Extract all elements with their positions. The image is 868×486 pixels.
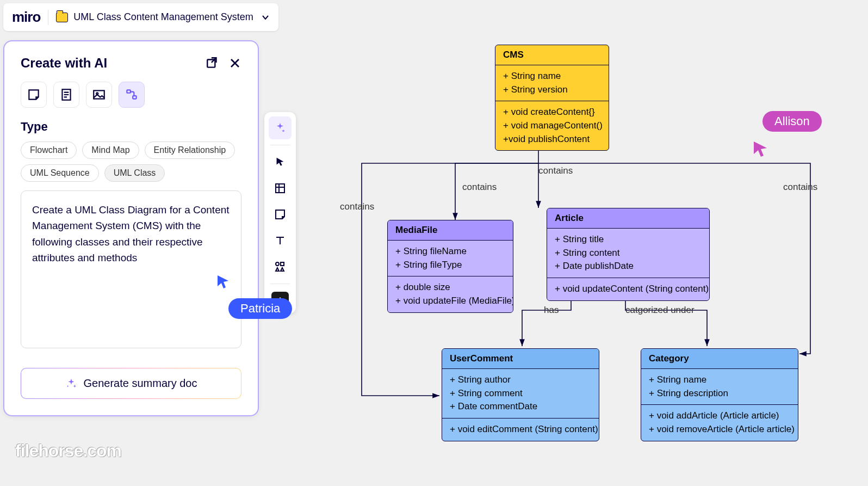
uml-attr: + String fileType — [395, 259, 505, 272]
cursor-user-allison: Allison — [762, 111, 822, 132]
uml-title: Article — [547, 208, 709, 229]
relation-label: contains — [462, 182, 497, 193]
uml-attr: + String fileName — [395, 245, 505, 259]
uml-class-cms[interactable]: CMS + String name + String version + voi… — [495, 45, 609, 151]
uml-attr: + String comment — [450, 387, 591, 401]
uml-attr: + String description — [649, 387, 790, 401]
uml-method: + void createContent{} — [503, 106, 601, 119]
uml-title: CMS — [495, 45, 609, 65]
uml-attr: + String content — [555, 247, 702, 260]
uml-attr: + String name — [503, 70, 601, 83]
watermark: filehorse.com — [15, 441, 121, 461]
relation-label: contains — [538, 165, 573, 176]
uml-class-article[interactable]: Article + String title + String content … — [547, 208, 710, 301]
uml-title: UserComment — [442, 349, 599, 369]
relation-label: contains — [340, 201, 374, 212]
uml-attr: + String title — [555, 233, 702, 247]
cursor-icon — [216, 274, 232, 290]
uml-title: Category — [641, 349, 798, 369]
relation-label: has — [544, 305, 559, 316]
uml-method: + void updateFile (MediaFile) — [395, 294, 505, 308]
relation-label: catgorized under — [625, 305, 695, 316]
uml-attr: + String name — [649, 373, 790, 387]
uml-class-category[interactable]: Category + String name + String descript… — [641, 348, 798, 441]
uml-method: + void manageContent() — [503, 119, 601, 133]
uml-attr: + Date commentDate — [450, 400, 591, 414]
cursor-user-patricia: Patricia — [228, 298, 292, 319]
uml-attr: + String author — [450, 373, 591, 387]
uml-attr: + String version — [503, 83, 601, 97]
uml-attr: + Date publishDate — [555, 260, 702, 273]
uml-method: + void editComment (String content) — [450, 423, 591, 436]
uml-class-usercomment[interactable]: UserComment + String author + String com… — [442, 348, 599, 441]
uml-method: +void publishContent — [503, 133, 601, 146]
uml-method: + void updateContent (String content) — [555, 282, 702, 296]
relation-label: contains — [783, 182, 817, 193]
uml-title: MediaFile — [388, 220, 513, 241]
uml-method: + void removeArticle (Article article) — [649, 423, 790, 436]
uml-method: + double size — [395, 281, 505, 294]
uml-method: + void addArticle (Article article) — [649, 409, 790, 423]
cursor-icon — [753, 140, 770, 158]
uml-class-mediafile[interactable]: MediaFile + String fileName + String fil… — [387, 220, 513, 313]
